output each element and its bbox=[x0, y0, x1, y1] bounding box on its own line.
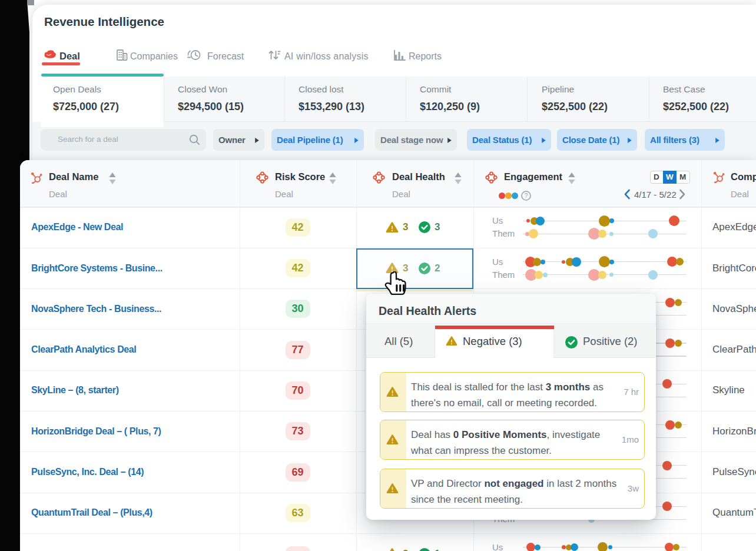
svg-text:?: ? bbox=[525, 192, 528, 199]
